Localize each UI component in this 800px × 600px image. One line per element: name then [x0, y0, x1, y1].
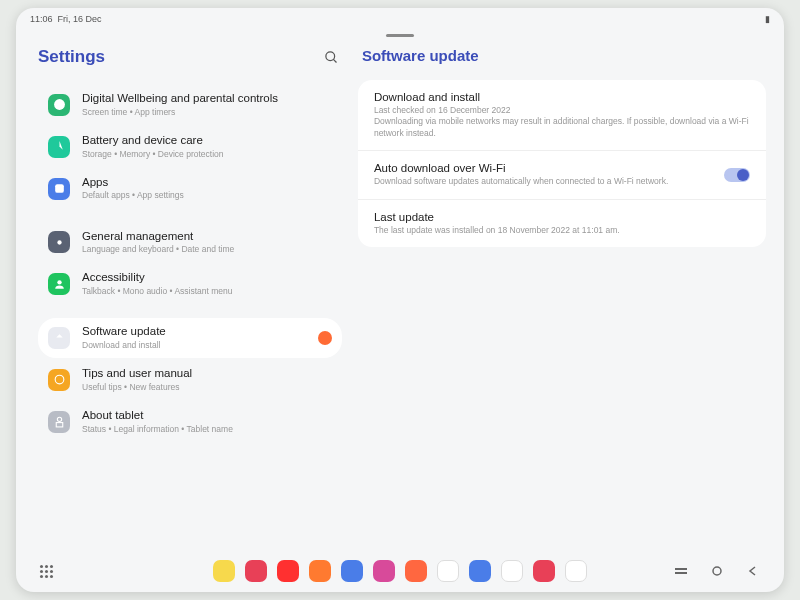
apps-icon — [48, 178, 70, 200]
svg-point-4 — [57, 240, 61, 244]
sidebar-item-about-tablet[interactable]: About tablet Status • Legal information … — [38, 402, 342, 442]
sidebar-item-software-update[interactable]: Software update Download and install — [38, 318, 342, 358]
home-button[interactable] — [710, 564, 724, 578]
content-panel: Software update Download and install Las… — [354, 37, 784, 550]
navigation-bar — [16, 550, 784, 592]
svg-point-6 — [55, 376, 64, 385]
item-title: Tips and user manual — [82, 367, 332, 381]
dock-app-11[interactable] — [565, 560, 587, 582]
item-subtitle: Status • Legal information • Tablet name — [82, 424, 332, 435]
item-title: Accessibility — [82, 271, 332, 285]
status-time: 11:06 — [30, 14, 53, 24]
sidebar-item-accessibility[interactable]: Accessibility Talkback • Mono audio • As… — [38, 264, 342, 304]
svg-point-2 — [54, 100, 65, 111]
software-update-icon — [48, 327, 70, 349]
dock-app-6[interactable] — [405, 560, 427, 582]
search-icon — [324, 50, 339, 65]
update-badge — [318, 331, 332, 345]
item-title: Battery and device care — [82, 134, 332, 148]
content-title: Software update — [358, 47, 766, 64]
item-title: About tablet — [82, 409, 332, 423]
accessibility-icon — [48, 273, 70, 295]
dock-app-8[interactable] — [469, 560, 491, 582]
wifi-toggle[interactable] — [724, 168, 750, 182]
dock-app-5[interactable] — [373, 560, 395, 582]
svg-point-7 — [57, 417, 61, 421]
about-tablet-icon — [48, 411, 70, 433]
dock-app-4[interactable] — [341, 560, 363, 582]
dock-app-2[interactable] — [277, 560, 299, 582]
item-title: Digital Wellbeing and parental controls — [82, 92, 332, 106]
dock-app-7[interactable] — [437, 560, 459, 582]
dock-app-1[interactable] — [245, 560, 267, 582]
general-management-icon — [48, 231, 70, 253]
row-download-install[interactable]: Download and install Last checked on 16 … — [358, 80, 766, 151]
sidebar-item-tips-manual[interactable]: Tips and user manual Useful tips • New f… — [38, 360, 342, 400]
item-title: Software update — [82, 325, 312, 339]
row-title: Auto download over Wi-Fi — [374, 162, 750, 174]
settings-sidebar: Settings Digital Wellbeing and parental … — [16, 37, 354, 550]
back-button[interactable] — [746, 564, 760, 578]
tips-manual-icon — [48, 369, 70, 391]
battery-care-icon — [48, 136, 70, 158]
search-button[interactable] — [322, 47, 342, 67]
sidebar-item-battery-care[interactable]: Battery and device care Storage • Memory… — [38, 127, 342, 167]
settings-title: Settings — [38, 47, 105, 67]
svg-line-1 — [334, 59, 337, 62]
dock-app-3[interactable] — [309, 560, 331, 582]
item-subtitle: Useful tips • New features — [82, 382, 332, 393]
item-subtitle: Screen time • App timers — [82, 107, 332, 118]
sidebar-item-apps[interactable]: Apps Default apps • App settings — [38, 169, 342, 209]
svg-point-0 — [326, 51, 335, 60]
sidebar-item-digital-wellbeing[interactable]: Digital Wellbeing and parental controls … — [38, 85, 342, 125]
item-subtitle: Language and keyboard • Date and time — [82, 244, 332, 255]
row-subtitle: The last update was installed on 18 Nove… — [374, 225, 750, 236]
row-subtitle: Last checked on 16 December 2022 — [374, 105, 750, 116]
digital-wellbeing-icon — [48, 94, 70, 116]
update-card: Download and install Last checked on 16 … — [358, 80, 766, 247]
item-subtitle: Download and install — [82, 340, 312, 351]
row-subtitle: Download software updates automatically … — [374, 176, 750, 187]
svg-rect-10 — [675, 572, 687, 574]
recents-button[interactable] — [674, 564, 688, 578]
item-title: General management — [82, 230, 332, 244]
status-date: Fri, 16 Dec — [58, 14, 102, 24]
row-subtitle-2: Downloading via mobile networks may resu… — [374, 116, 750, 139]
svg-rect-3 — [55, 184, 64, 193]
item-subtitle: Storage • Memory • Device protection — [82, 149, 332, 160]
status-bar: 11:06 Fri, 16 Dec ▮ — [16, 8, 784, 30]
item-title: Apps — [82, 176, 332, 190]
item-subtitle: Default apps • App settings — [82, 190, 332, 201]
svg-point-11 — [713, 567, 721, 575]
row-title: Last update — [374, 211, 750, 223]
svg-rect-9 — [675, 568, 687, 570]
status-right-icons: ▮ — [765, 14, 770, 24]
item-subtitle: Talkback • Mono audio • Assistant menu — [82, 286, 332, 297]
row-title: Download and install — [374, 91, 750, 103]
row-last-update[interactable]: Last update The last update was installe… — [358, 200, 766, 247]
svg-rect-8 — [56, 423, 63, 427]
app-drawer-button[interactable] — [40, 565, 53, 578]
sidebar-item-general-management[interactable]: General management Language and keyboard… — [38, 223, 342, 263]
dock-app-9[interactable] — [501, 560, 523, 582]
svg-point-5 — [57, 280, 61, 284]
row-auto-download[interactable]: Auto download over Wi-Fi Download softwa… — [358, 151, 766, 199]
dock-app-0[interactable] — [213, 560, 235, 582]
dock-app-10[interactable] — [533, 560, 555, 582]
